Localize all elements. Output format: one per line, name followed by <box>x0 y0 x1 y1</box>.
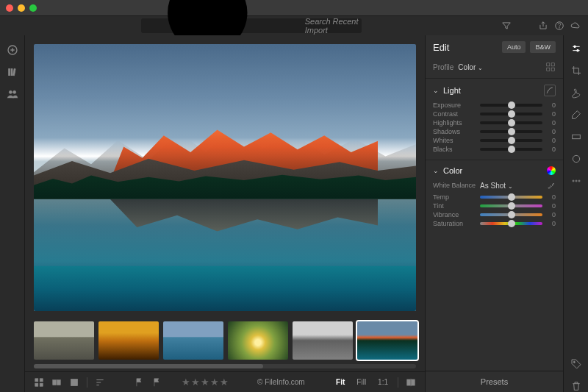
people-icon[interactable] <box>7 88 18 100</box>
chevron-down-icon: ⌄ <box>433 87 439 94</box>
svg-rect-15 <box>57 379 61 385</box>
svg-point-25 <box>576 49 578 51</box>
svg-point-9 <box>12 90 15 93</box>
sort-icon[interactable] <box>95 377 105 388</box>
svg-point-29 <box>576 180 577 182</box>
tone-curve-icon[interactable] <box>544 85 556 96</box>
svg-rect-21 <box>551 63 554 66</box>
help-icon[interactable] <box>554 21 564 31</box>
chevron-down-icon: ⌄ <box>433 167 439 174</box>
more-icon[interactable] <box>570 175 582 187</box>
left-sidebar <box>0 35 25 392</box>
slider-saturation[interactable]: Saturation0 <box>433 219 556 228</box>
slider-exposure[interactable]: Exposure0 <box>433 101 556 110</box>
zoom-fill-button[interactable]: Fill <box>354 378 368 386</box>
center-area: ★★★★★ © FileInfo.com Fit Fill 1:1 <box>25 35 425 392</box>
close-window-button[interactable] <box>6 4 13 12</box>
crop-icon[interactable] <box>570 65 582 76</box>
profile-label: Profile <box>433 63 453 71</box>
color-mixer-icon[interactable] <box>547 166 556 175</box>
svg-rect-23 <box>551 68 554 71</box>
thumbnail[interactable] <box>163 321 223 360</box>
wb-label: White Balance <box>433 182 476 189</box>
share-icon[interactable] <box>538 21 548 31</box>
slider-highlights[interactable]: Highlights0 <box>433 118 556 127</box>
thumbnail[interactable] <box>357 321 417 360</box>
profile-dropdown[interactable]: Color ⌄ <box>458 63 483 71</box>
svg-rect-17 <box>407 379 411 385</box>
thumbnail[interactable] <box>98 321 159 360</box>
eyedropper-icon[interactable] <box>547 181 556 190</box>
radial-gradient-icon[interactable] <box>570 153 582 165</box>
detail-view-icon[interactable] <box>69 377 79 388</box>
add-photos-icon[interactable] <box>7 44 18 56</box>
svg-rect-13 <box>40 383 43 386</box>
slider-contrast[interactable]: Contrast0 <box>433 110 556 118</box>
edit-panel-title: Edit <box>433 42 498 53</box>
svg-point-30 <box>578 180 580 182</box>
tool-rail <box>563 35 588 392</box>
thumbnail[interactable] <box>34 321 94 360</box>
library-icon[interactable] <box>7 66 18 78</box>
compare-view-icon[interactable] <box>51 377 62 388</box>
bottom-toolbar: ★★★★★ © FileInfo.com Fit Fill 1:1 <box>25 371 425 392</box>
edit-sliders-icon[interactable] <box>570 43 582 54</box>
color-section-header[interactable]: ⌄ Color <box>433 165 556 179</box>
top-toolbar: Search Recent Import <box>0 16 588 35</box>
filmstrip <box>25 316 425 364</box>
slider-blacks[interactable]: Blacks0 <box>433 145 556 154</box>
search-input[interactable]: Search Recent Import <box>141 18 362 33</box>
color-section: ⌄ Color White Balance As Shot ⌄ Temp0Tin… <box>426 160 563 234</box>
slider-temp[interactable]: Temp0 <box>433 193 556 202</box>
edit-panel: Edit Auto B&W Profile Color ⌄ ⌄ Light Ex… <box>425 35 563 392</box>
zoom-1to1-button[interactable]: 1:1 <box>376 378 390 386</box>
light-section-header[interactable]: ⌄ Light <box>433 83 556 101</box>
svg-point-24 <box>573 46 576 48</box>
thumbnail[interactable] <box>228 321 288 360</box>
brush-icon[interactable] <box>570 109 582 121</box>
svg-rect-12 <box>35 383 38 386</box>
svg-point-31 <box>573 361 575 363</box>
linear-gradient-icon[interactable] <box>570 131 582 143</box>
flag-pick-icon[interactable] <box>135 377 145 388</box>
photo-canvas[interactable] <box>25 35 425 316</box>
trash-icon[interactable] <box>570 380 582 392</box>
credit-text: © FileInfo.com <box>257 378 305 386</box>
svg-rect-18 <box>412 379 415 385</box>
slider-vibrance[interactable]: Vibrance0 <box>433 210 556 219</box>
rating-stars[interactable]: ★★★★★ <box>182 377 229 388</box>
svg-rect-16 <box>71 379 77 385</box>
healing-brush-icon[interactable] <box>570 87 582 99</box>
search-placeholder: Search Recent Import <box>305 17 362 35</box>
svg-rect-11 <box>40 378 43 381</box>
filter-icon[interactable] <box>501 21 512 31</box>
slider-shadows[interactable]: Shadows0 <box>433 127 556 136</box>
slider-tint[interactable]: Tint0 <box>433 202 556 210</box>
grid-view-icon[interactable] <box>34 377 44 388</box>
thumbnail[interactable] <box>293 321 353 360</box>
svg-rect-10 <box>35 378 38 381</box>
svg-rect-6 <box>11 68 12 75</box>
slider-whites[interactable]: Whites0 <box>433 136 556 145</box>
svg-rect-7 <box>12 68 15 76</box>
svg-rect-5 <box>8 68 10 75</box>
bw-button[interactable]: B&W <box>530 41 556 53</box>
svg-point-28 <box>573 180 574 182</box>
toggle-original-icon[interactable] <box>406 377 416 388</box>
main-photo <box>34 44 416 311</box>
filmstrip-scrollbar[interactable] <box>34 364 416 368</box>
maximize-window-button[interactable] <box>29 4 37 12</box>
svg-point-8 <box>9 90 12 93</box>
minimize-window-button[interactable] <box>18 4 25 12</box>
tag-icon[interactable] <box>570 358 582 370</box>
svg-point-27 <box>573 155 579 162</box>
cloud-icon[interactable] <box>570 21 581 31</box>
wb-dropdown[interactable]: As Shot ⌄ <box>480 182 513 190</box>
zoom-fit-button[interactable]: Fit <box>334 378 347 386</box>
auto-button[interactable]: Auto <box>502 41 526 53</box>
profile-browser-icon[interactable] <box>545 62 556 72</box>
svg-rect-26 <box>572 135 580 138</box>
svg-rect-20 <box>547 63 550 66</box>
presets-button[interactable]: Presets <box>426 371 563 392</box>
flag-reject-icon[interactable] <box>152 377 162 388</box>
